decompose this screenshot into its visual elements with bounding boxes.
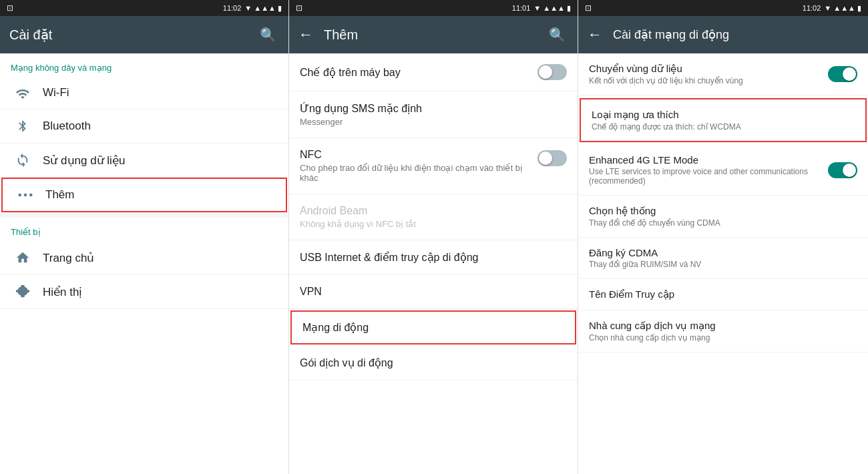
screenshot-icon: ⊡ [7, 3, 13, 13]
search-icon-2[interactable]: 🔍 [546, 24, 568, 45]
lte-toggle-thumb [843, 164, 856, 177]
menu-item-sms[interactable]: Ứng dụng SMS mặc định Messenger [289, 91, 578, 138]
provider-content: Nhà cung cấp dịch vụ mạng Chọn nhà cung … [589, 320, 857, 342]
nfc-toggle[interactable] [537, 150, 567, 166]
time-3: 11:02 [803, 4, 821, 12]
preferred-sub: Chế độ mạng được ưa thích: chỉ WCDMA [592, 122, 855, 132]
settings-list: Mạng không dây và mạng Wi-Fi Bluetooth [0, 53, 288, 474]
more-list: Chế độ trên máy bay Ứng dụng SMS mặc địn… [289, 53, 578, 474]
top-bar-3: ← Cài đặt mạng di động [578, 16, 868, 53]
lte-title: Enhanced 4G LTE Mode [589, 154, 821, 166]
menu-item-vpn[interactable]: VPN [289, 275, 578, 309]
signal-icons-1: ▼ ▲▲▲ ▮ [244, 4, 282, 13]
display-label: Hiển thị [43, 285, 82, 299]
svg-point-1 [24, 194, 27, 197]
bluetooth-label: Bluetooth [43, 120, 91, 133]
menu-item-airplane[interactable]: Chế độ trên máy bay [289, 53, 578, 91]
toggle-thumb [539, 65, 552, 79]
data-usage-icon [11, 153, 35, 168]
network-item-roaming[interactable]: Chuyển vùng dữ liệu Kết nối với dịch vụ … [578, 53, 868, 95]
search-icon-1[interactable]: 🔍 [257, 24, 279, 45]
network-item-provider[interactable]: Nhà cung cấp dịch vụ mạng Chọn nhà cung … [578, 310, 868, 352]
status-bar-left-1: ⊡ [7, 3, 13, 13]
screenshot-icon-3: ⊡ [585, 3, 592, 13]
roaming-toggle[interactable] [828, 66, 857, 82]
time-1: 11:02 [223, 4, 242, 12]
section-network-label: Mạng không dây và mạng [0, 53, 288, 77]
cdma-content: Đăng ký CDMA Thay đổi giữa RUIM/SIM và N… [589, 247, 857, 269]
mobile-settings-panel: ⊡ 11:02 ▼ ▲▲▲ ▮ ← Cài đặt mạng di động C… [578, 0, 868, 474]
status-bar-right-1: 11:02 ▼ ▲▲▲ ▮ [223, 4, 282, 13]
nfc-sub: Cho phép trao đổi dữ liệu khi điện thoại… [300, 163, 529, 183]
apn-content: Tên Điểm Truy cập [589, 288, 857, 300]
home-icon [11, 250, 35, 265]
status-bar-left-3: ⊡ [585, 3, 592, 13]
more-panel: ⊡ 11:01 ▼ ▲▲▲ ▮ ← Thêm 🔍 Chế độ trên máy… [289, 0, 578, 474]
network-item-lte[interactable]: Enhanced 4G LTE Mode Use LTE services to… [578, 145, 868, 196]
back-button-3[interactable]: ← [588, 26, 602, 43]
nfc-text: NFC Cho phép trao đổi dữ liệu khi điện t… [300, 149, 529, 183]
mobile-settings-list: Chuyển vùng dữ liệu Kết nối với dịch vụ … [578, 53, 868, 474]
wifi-icon [11, 87, 35, 99]
airplane-title: Chế độ trên máy bay [300, 66, 401, 79]
settings-item-more[interactable]: Thêm [1, 178, 287, 212]
home-label: Trang chủ [43, 251, 94, 265]
time-2: 11:01 [512, 4, 531, 12]
lte-sub: Use LTE services to improve voice and ot… [589, 167, 821, 186]
roaming-title: Chuyển vùng dữ liệu [589, 63, 828, 75]
settings-item-home[interactable]: Trang chủ [0, 241, 288, 275]
provider-title: Nhà cung cấp dịch vụ mạng [589, 320, 857, 332]
airplane-toggle[interactable] [537, 64, 567, 80]
settings-item-display[interactable]: Hiển thị [0, 275, 288, 309]
mobile-plan-title: Gói dịch vụ di động [300, 357, 567, 369]
sms-sub: Messenger [300, 117, 567, 127]
lte-toggle[interactable] [828, 162, 857, 178]
apn-title: Tên Điểm Truy cập [589, 288, 857, 300]
roaming-toggle-thumb [843, 67, 856, 81]
menu-item-mobile-network[interactable]: Mạng di động [290, 310, 576, 344]
network-item-preferred[interactable]: Loại mạng ưa thích Chế độ mạng được ưa t… [580, 98, 867, 142]
section-device-label: Thiết bị [0, 218, 288, 241]
status-bar-1: ⊡ 11:02 ▼ ▲▲▲ ▮ [0, 0, 288, 16]
usb-title: USB Internet & điểm truy cập di động [300, 251, 567, 264]
menu-item-nfc[interactable]: NFC Cho phép trao đổi dữ liệu khi điện t… [289, 138, 578, 194]
system-content: Chọn hệ thống Thay đổi chế độ chuyển vùn… [589, 205, 857, 228]
status-bar-2: ⊡ 11:01 ▼ ▲▲▲ ▮ [289, 0, 578, 16]
bluetooth-icon [11, 119, 35, 134]
svg-point-0 [18, 194, 21, 197]
svg-point-2 [29, 194, 33, 197]
mobile-network-title: Mạng di động [302, 321, 564, 334]
settings-item-bluetooth[interactable]: Bluetooth [0, 109, 288, 144]
status-bar-left-2: ⊡ [296, 3, 302, 13]
more-icon [13, 193, 37, 197]
sms-title: Ứng dụng SMS mặc định [300, 102, 567, 115]
screenshot-icon-2: ⊡ [296, 3, 302, 13]
network-item-cdma[interactable]: Đăng ký CDMA Thay đổi giữa RUIM/SIM và N… [578, 238, 868, 279]
cdma-title: Đăng ký CDMA [589, 247, 857, 258]
beam-sub: Không khả dụng vì NFC bị tắt [300, 219, 567, 229]
status-bar-right-2: 11:01 ▼ ▲▲▲ ▮ [512, 4, 571, 13]
cdma-sub: Thay đổi giữa RUIM/SIM và NV [589, 260, 857, 269]
page-title-3: Cài đặt mạng di động [613, 27, 859, 42]
settings-panel: ⊡ 11:02 ▼ ▲▲▲ ▮ Cài đặt 🔍 Mạng không dây… [0, 0, 289, 474]
menu-item-mobile-plan[interactable]: Gói dịch vụ di động [289, 346, 578, 381]
status-bar-3: ⊡ 11:02 ▼ ▲▲▲ ▮ [578, 0, 868, 16]
system-sub: Thay đổi chế độ chuyển vùng CDMA [589, 218, 857, 228]
back-button-2[interactable]: ← [298, 26, 313, 43]
settings-item-data[interactable]: Sử dụng dữ liệu [0, 144, 288, 178]
vpn-title: VPN [300, 286, 567, 298]
page-title-1: Cài đặt [9, 27, 257, 43]
network-item-apn[interactable]: Tên Điểm Truy cập [578, 279, 868, 310]
divider-1 [0, 212, 288, 218]
roaming-content: Chuyển vùng dữ liệu Kết nối với dịch vụ … [589, 63, 828, 85]
data-label: Sử dụng dữ liệu [43, 154, 125, 168]
preferred-title: Loại mạng ưa thích [592, 109, 855, 121]
network-item-system[interactable]: Chọn hệ thống Thay đổi chế độ chuyển vùn… [578, 196, 868, 238]
menu-item-usb[interactable]: USB Internet & điểm truy cập di động [289, 240, 578, 275]
top-bar-1: Cài đặt 🔍 [0, 16, 288, 53]
top-bar-2: ← Thêm 🔍 [289, 16, 578, 53]
wifi-label: Wi-Fi [43, 86, 69, 99]
beam-title: Android Beam [300, 205, 567, 217]
settings-item-wifi[interactable]: Wi-Fi [0, 77, 288, 109]
roaming-sub: Kết nối với dịch vụ dữ liệu khi chuyển v… [589, 76, 828, 85]
